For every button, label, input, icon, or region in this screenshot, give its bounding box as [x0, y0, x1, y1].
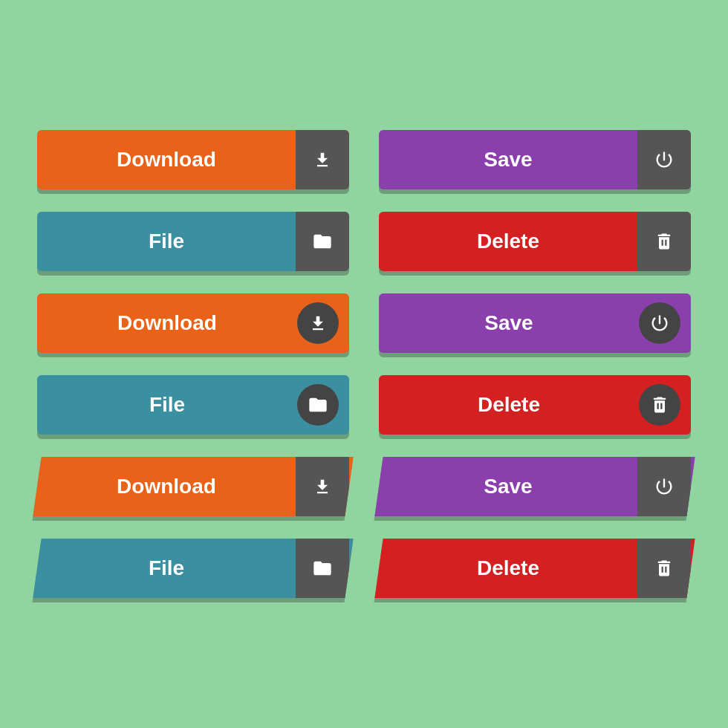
trash-icon: [639, 384, 680, 426]
button-label: File: [37, 539, 296, 598]
save-button-flat[interactable]: Save: [379, 130, 691, 189]
delete-button-flat[interactable]: Delete: [379, 212, 691, 271]
save-button-circle[interactable]: Save: [379, 293, 691, 353]
button-label: Save: [379, 130, 637, 189]
download-button-skew[interactable]: Download: [33, 457, 353, 516]
button-label: Delete: [379, 539, 637, 598]
button-label: Download: [37, 293, 297, 353]
download-icon: [296, 457, 349, 516]
folder-icon: [296, 212, 349, 271]
button-label: File: [37, 212, 296, 271]
save-button-skew[interactable]: Save: [374, 457, 695, 516]
button-label: Download: [37, 457, 296, 516]
folder-icon: [296, 539, 349, 598]
download-icon: [296, 130, 349, 189]
delete-button-circle[interactable]: Delete: [379, 375, 691, 435]
download-button-flat[interactable]: Download: [37, 130, 349, 189]
button-label: Delete: [379, 375, 639, 435]
button-label: Delete: [379, 212, 637, 271]
download-button-circle[interactable]: Download: [37, 293, 349, 353]
button-label: File: [37, 375, 297, 435]
button-label: Download: [37, 130, 296, 189]
file-button-skew[interactable]: File: [33, 539, 353, 598]
download-icon: [297, 302, 339, 344]
trash-icon: [637, 539, 691, 598]
button-label: Save: [379, 293, 639, 353]
folder-icon: [297, 384, 339, 426]
button-grid: Download Save File Delete Download Save: [7, 100, 721, 628]
delete-button-skew[interactable]: Delete: [374, 539, 695, 598]
file-button-circle[interactable]: File: [37, 375, 349, 435]
button-label: Save: [379, 457, 637, 516]
power-icon: [637, 130, 691, 189]
trash-icon: [637, 212, 691, 271]
power-icon: [639, 302, 680, 344]
file-button-flat[interactable]: File: [37, 212, 349, 271]
power-icon: [637, 457, 691, 516]
